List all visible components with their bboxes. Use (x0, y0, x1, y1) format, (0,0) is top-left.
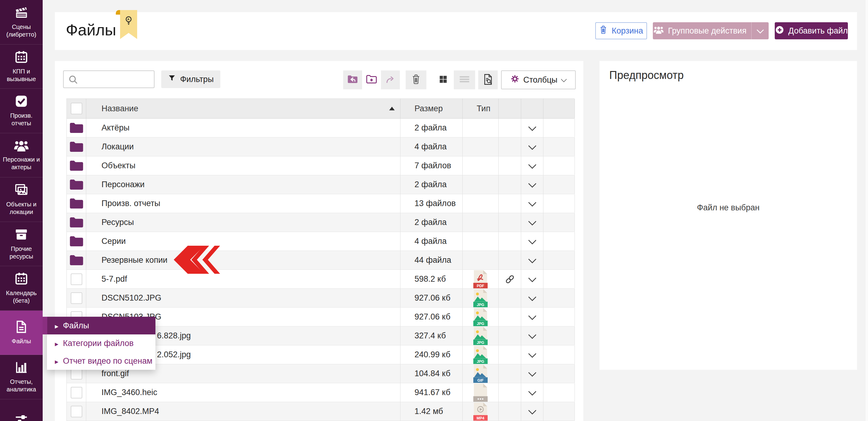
list-view-button[interactable] (454, 70, 475, 89)
row-expand[interactable] (521, 194, 544, 213)
chevron-down-icon[interactable] (528, 142, 536, 150)
chevron-down-icon[interactable] (528, 293, 536, 301)
group-actions-dropdown[interactable] (751, 22, 769, 39)
row-name[interactable]: 5-7.pdf (86, 270, 401, 289)
file-row[interactable]: DSCN5102.JPG927.06 кбJPG (66, 289, 575, 308)
svg-text:JPG: JPG (477, 302, 484, 307)
chevron-down-icon[interactable] (528, 217, 536, 225)
row-link (499, 364, 521, 383)
folder-row[interactable]: Локации4 файла (66, 138, 575, 156)
sidebar-item-analytics[interactable]: Отчеты, аналитика (0, 355, 43, 399)
chevron-down-icon[interactable] (528, 407, 536, 415)
chevron-down-icon[interactable] (528, 236, 536, 244)
chevron-down-icon[interactable] (528, 388, 536, 396)
sidebar-item-calendar[interactable]: Календарь (бета) (0, 266, 43, 311)
create-folder-button[interactable] (362, 70, 381, 89)
lightbulb-icon[interactable] (124, 15, 133, 28)
row-expand[interactable] (521, 119, 544, 137)
columns-button[interactable]: Столбцы (501, 70, 576, 89)
sidebar-item-other-resources[interactable]: Прочие ресурсы (0, 222, 43, 266)
file-type-icon-gif: GIF (473, 365, 488, 383)
sidebar-item-locations[interactable]: Объекты и локации (0, 177, 43, 222)
file-row[interactable]: 5-7.pdf598.2 кбPDF (66, 270, 575, 289)
chevron-down-icon[interactable] (528, 199, 536, 207)
row-checkbox[interactable] (71, 406, 82, 417)
row-name[interactable]: Произв. отчеты (86, 194, 401, 213)
menu-item-files[interactable]: Файлы (47, 317, 155, 334)
folder-row[interactable]: Ресурсы2 файла (66, 213, 575, 232)
sidebar-item-prod-reports[interactable]: Произв. отчеты (0, 89, 43, 133)
folder-row[interactable]: Серии4 файла (66, 232, 575, 251)
row-checkbox[interactable] (71, 387, 82, 398)
report-view-button[interactable] (478, 70, 498, 89)
select-all-checkbox[interactable] (71, 103, 82, 114)
row-name[interactable]: Персонажи (86, 175, 401, 194)
row-name[interactable]: IMG_8402.MP4 (86, 402, 401, 421)
row-name[interactable]: IMG_3460.heic (86, 383, 401, 402)
file-row[interactable]: IMG_8402.MP41.42 мбMP4 (66, 402, 575, 421)
row-expand[interactable] (521, 213, 544, 232)
row-expand[interactable] (521, 345, 544, 364)
row-expand[interactable] (521, 308, 544, 326)
chevron-down-icon[interactable] (528, 350, 536, 358)
row-name[interactable]: Резервные копии (86, 251, 401, 270)
plus-circle-icon (775, 25, 784, 37)
svg-text:JPG: JPG (477, 359, 484, 363)
group-actions-button[interactable]: Групповые действия (653, 22, 769, 39)
chevron-down-icon[interactable] (528, 161, 536, 169)
row-expand[interactable] (521, 383, 544, 402)
row-name[interactable]: Объекты (86, 156, 401, 175)
row-name[interactable]: Локации (86, 138, 401, 156)
add-file-button[interactable]: Добавить файл (775, 22, 848, 39)
chevron-down-icon[interactable] (528, 123, 536, 131)
row-name[interactable]: DSCN5102.JPG (86, 289, 401, 307)
sidebar-item-files[interactable]: Файлы (0, 311, 43, 355)
row-expand[interactable] (521, 364, 544, 383)
chevron-down-icon[interactable] (528, 180, 536, 188)
folder-row[interactable]: Произв. отчеты13 файлов (66, 194, 575, 213)
folder-back-button[interactable] (343, 70, 362, 89)
row-expand[interactable] (521, 232, 544, 250)
filters-button[interactable]: Фильтры (161, 70, 220, 88)
grid-view-button[interactable] (432, 70, 454, 89)
folder-row[interactable]: Объекты7 файлов (66, 156, 575, 175)
row-expand[interactable] (521, 251, 544, 270)
menu-item-video-report[interactable]: Отчет видео по сценам (47, 352, 155, 370)
row-checkbox[interactable] (71, 273, 82, 285)
row-name[interactable]: Серии (86, 232, 401, 250)
folder-row[interactable]: Резервные копии44 файла (66, 251, 575, 270)
row-name[interactable]: Актёры (86, 119, 401, 137)
row-expand[interactable] (521, 175, 544, 194)
row-expand[interactable] (521, 327, 544, 345)
row-expand[interactable] (521, 156, 544, 175)
column-header-type[interactable]: Тип (463, 99, 499, 118)
scrollbar-track[interactable] (866, 0, 868, 421)
column-header-size[interactable]: Размер (401, 99, 463, 118)
share-button[interactable] (381, 70, 400, 89)
row-expand[interactable] (521, 289, 544, 307)
chevron-down-icon[interactable] (528, 368, 536, 377)
sidebar-item-characters[interactable]: Персонажи и актеры (0, 133, 43, 178)
row-expand[interactable] (521, 402, 544, 421)
svg-text:JPG: JPG (477, 321, 484, 326)
row-expand[interactable] (521, 138, 544, 156)
chevron-down-icon[interactable] (528, 255, 536, 263)
row-checkbox[interactable] (71, 292, 82, 304)
row-expand[interactable] (521, 270, 544, 289)
gear-icon (511, 75, 519, 85)
menu-item-file-categories[interactable]: Категории файлов (47, 334, 155, 352)
trash-bin-button[interactable]: Корзина (595, 22, 647, 39)
sidebar-item-scenes[interactable]: Сцены (либретто) (0, 0, 43, 44)
folder-row[interactable]: Персонажи2 файла (66, 175, 575, 194)
document-search-icon (483, 74, 493, 86)
delete-button[interactable] (406, 70, 426, 89)
file-row[interactable]: IMG_3460.heic941.67 кб (66, 383, 575, 402)
chevron-down-icon[interactable] (528, 312, 536, 320)
sidebar-item-kpp[interactable]: КПП и вызывные (0, 44, 43, 89)
chevron-down-icon[interactable] (528, 274, 536, 282)
row-name[interactable]: Ресурсы (86, 213, 401, 232)
column-header-name[interactable]: Название (86, 99, 401, 118)
chevron-down-icon[interactable] (528, 331, 536, 339)
sidebar-item-settings[interactable] (0, 399, 43, 421)
folder-row[interactable]: Актёры2 файла (66, 119, 575, 138)
